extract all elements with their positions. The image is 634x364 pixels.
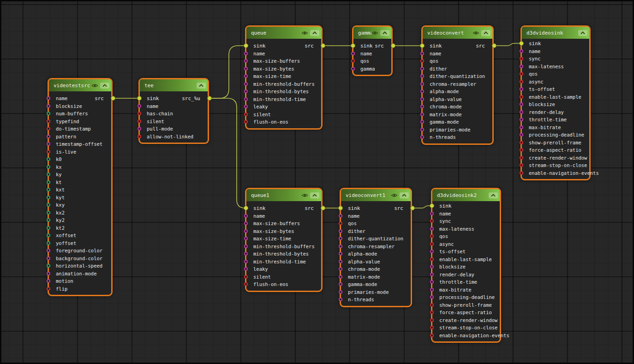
property-port[interactable] xyxy=(420,135,424,139)
property-port[interactable] xyxy=(430,303,434,307)
property-port[interactable] xyxy=(138,127,141,131)
src-port[interactable] xyxy=(111,96,115,101)
sink-port[interactable] xyxy=(338,206,343,210)
property-port[interactable] xyxy=(47,218,50,222)
src-port[interactable] xyxy=(321,206,325,210)
sink-port[interactable] xyxy=(351,43,355,48)
property-port[interactable] xyxy=(47,127,50,131)
property-port[interactable] xyxy=(138,119,141,123)
property-port[interactable] xyxy=(138,135,141,138)
eye-icon[interactable] xyxy=(91,83,98,88)
property-port[interactable] xyxy=(339,298,342,301)
sink-port[interactable] xyxy=(137,96,142,101)
node-titlebar[interactable]: gamma xyxy=(353,27,391,39)
property-port[interactable] xyxy=(47,104,50,108)
property-port[interactable] xyxy=(430,318,434,322)
src-port[interactable] xyxy=(391,43,395,48)
eye-icon[interactable] xyxy=(391,193,398,198)
property-port[interactable] xyxy=(47,96,50,100)
collapse-button[interactable] xyxy=(489,192,498,198)
property-port[interactable] xyxy=(420,74,424,78)
collapse-button[interactable] xyxy=(197,83,206,89)
property-port[interactable] xyxy=(420,120,424,124)
property-port[interactable] xyxy=(430,310,434,314)
sink-port[interactable] xyxy=(519,41,524,46)
property-port[interactable] xyxy=(244,275,248,279)
property-port[interactable] xyxy=(430,334,434,337)
property-port[interactable] xyxy=(520,118,523,121)
property-port[interactable] xyxy=(244,252,248,256)
property-port[interactable] xyxy=(47,165,50,169)
property-port[interactable] xyxy=(420,97,424,101)
wire-tee.src_%u-to-queue1.sink[interactable] xyxy=(209,98,245,208)
property-port[interactable] xyxy=(430,257,434,261)
property-port[interactable] xyxy=(138,104,141,108)
property-port[interactable] xyxy=(244,282,248,286)
graph-canvas[interactable]: videotestsrcnamesrcblocksizenum-bufferst… xyxy=(0,0,634,364)
property-port[interactable] xyxy=(47,264,50,268)
property-port[interactable] xyxy=(430,288,434,292)
eye-icon[interactable] xyxy=(371,30,378,36)
property-port[interactable] xyxy=(47,196,50,199)
property-port[interactable] xyxy=(520,163,523,167)
property-port[interactable] xyxy=(430,227,434,231)
property-port[interactable] xyxy=(339,282,342,286)
sink-port[interactable] xyxy=(430,203,434,208)
property-port[interactable] xyxy=(430,234,434,238)
src-port[interactable] xyxy=(410,206,415,210)
property-port[interactable] xyxy=(430,212,434,215)
property-port[interactable] xyxy=(244,214,248,218)
node-titlebar[interactable]: d3dvideosink xyxy=(522,27,589,39)
node-videoconvert[interactable]: videoconvertsinksrcnameqosditherdither-q… xyxy=(421,25,494,145)
src-port[interactable] xyxy=(207,96,212,101)
property-port[interactable] xyxy=(430,280,434,284)
property-port[interactable] xyxy=(520,110,523,114)
collapse-button[interactable] xyxy=(310,192,319,198)
property-port[interactable] xyxy=(520,49,523,53)
property-port[interactable] xyxy=(244,113,248,116)
property-port[interactable] xyxy=(244,97,248,101)
property-port[interactable] xyxy=(244,267,248,271)
property-port[interactable] xyxy=(244,245,248,248)
wire-videoconvert1.src-to-d3dvideosink2.sink[interactable] xyxy=(412,206,431,208)
node-titlebar[interactable]: queue xyxy=(246,27,321,39)
src-port[interactable] xyxy=(321,43,325,48)
property-port[interactable] xyxy=(339,237,342,240)
node-titlebar[interactable]: queue1 xyxy=(246,189,321,201)
node-titlebar[interactable]: videoconvert1 xyxy=(341,189,411,201)
sink-port[interactable] xyxy=(244,43,248,48)
node-videoconvert1[interactable]: videoconvert1sinksrcnameqosditherdither-… xyxy=(340,188,412,307)
node-gamma[interactable]: gammasinksrcnameqosgamma xyxy=(352,25,393,76)
property-port[interactable] xyxy=(520,65,523,68)
node-queue1[interactable]: queue1sinksrcnamemax-size-buffersmax-siz… xyxy=(245,188,323,292)
property-port[interactable] xyxy=(47,173,50,176)
property-port[interactable] xyxy=(430,219,434,223)
property-port[interactable] xyxy=(244,59,248,63)
property-port[interactable] xyxy=(47,211,50,215)
property-port[interactable] xyxy=(339,252,342,256)
property-port[interactable] xyxy=(520,141,523,144)
property-port[interactable] xyxy=(244,221,248,225)
property-port[interactable] xyxy=(47,203,50,207)
collapse-button[interactable] xyxy=(100,83,109,89)
property-port[interactable] xyxy=(520,57,523,60)
property-port[interactable] xyxy=(47,257,50,260)
property-port[interactable] xyxy=(430,295,434,299)
property-port[interactable] xyxy=(520,80,523,84)
property-port[interactable] xyxy=(520,102,523,106)
property-port[interactable] xyxy=(138,112,141,115)
property-port[interactable] xyxy=(339,245,342,248)
property-port[interactable] xyxy=(420,67,424,71)
eye-icon[interactable] xyxy=(473,30,479,36)
property-port[interactable] xyxy=(47,157,50,161)
property-port[interactable] xyxy=(244,82,248,86)
collapse-button[interactable] xyxy=(481,30,490,36)
node-titlebar[interactable]: d3dvideosink2 xyxy=(432,189,500,201)
property-port[interactable] xyxy=(47,119,50,123)
property-port[interactable] xyxy=(244,237,248,240)
property-port[interactable] xyxy=(47,112,50,115)
property-port[interactable] xyxy=(47,233,50,237)
property-port[interactable] xyxy=(339,221,342,225)
property-port[interactable] xyxy=(420,82,424,86)
property-port[interactable] xyxy=(47,135,50,138)
